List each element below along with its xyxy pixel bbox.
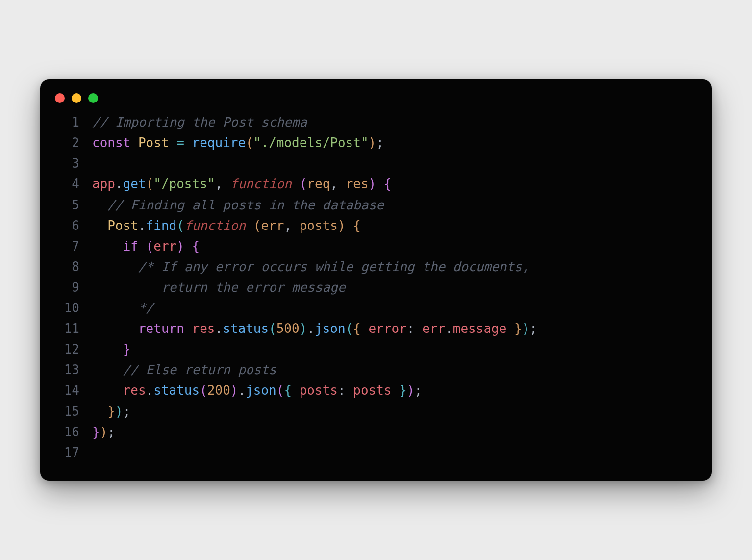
line-number: 9 <box>54 277 92 298</box>
minimize-icon[interactable] <box>72 93 81 103</box>
token: { <box>353 218 361 233</box>
token <box>246 218 253 233</box>
token <box>92 342 123 356</box>
line-number: 12 <box>54 339 92 359</box>
token: ( <box>200 383 207 398</box>
token: ; <box>415 383 423 398</box>
token: { <box>284 383 292 398</box>
token <box>92 259 138 274</box>
token: = <box>176 135 184 150</box>
token: /* If any error occurs while getting the… <box>138 259 529 274</box>
line-number: 17 <box>54 442 92 463</box>
token: ( <box>300 177 307 191</box>
token <box>92 404 107 419</box>
token: . <box>138 218 146 233</box>
token: ) <box>115 404 123 419</box>
token: ( <box>146 177 154 191</box>
token: json <box>246 383 276 398</box>
token <box>92 239 123 254</box>
token: status <box>153 383 200 398</box>
code-line: 1// Importing the Post schema <box>54 112 698 132</box>
token: find <box>146 218 177 233</box>
token: { <box>192 239 200 254</box>
token <box>92 362 123 377</box>
token: return <box>138 321 184 336</box>
token: error <box>369 321 407 336</box>
token: 200 <box>207 383 230 398</box>
token <box>130 135 138 150</box>
token: ) <box>407 383 415 398</box>
token: res <box>123 383 146 398</box>
token: } <box>123 342 131 356</box>
token: posts <box>353 383 391 398</box>
token <box>138 239 146 254</box>
token: } <box>107 404 115 419</box>
code-content: return res.status(500).json({ error: err… <box>92 318 698 339</box>
token: get <box>123 177 146 191</box>
code-window: 1// Importing the Post schema2const Post… <box>40 79 712 481</box>
token: function <box>184 218 246 233</box>
token <box>92 218 107 233</box>
code-content: app.get("/posts", function (req, res) { <box>92 174 698 194</box>
token: . <box>445 321 453 336</box>
code-line: 11 return res.status(500).json({ error: … <box>54 318 698 339</box>
token: ) <box>369 177 376 191</box>
token <box>92 301 138 315</box>
code-content <box>92 442 698 463</box>
line-number: 11 <box>54 318 92 339</box>
token: ) <box>338 218 346 233</box>
token: req <box>307 177 330 191</box>
token: ; <box>529 321 537 336</box>
zoom-icon[interactable] <box>88 93 98 103</box>
code-content: // Importing the Post schema <box>92 112 698 132</box>
code-line: 17 <box>54 442 698 463</box>
token: ( <box>253 218 261 233</box>
code-line: 6 Post.find(function (err, posts) { <box>54 215 698 236</box>
code-content: return the error message <box>92 277 698 298</box>
token <box>92 383 123 398</box>
token: ( <box>276 383 284 398</box>
code-content: // Else return posts <box>92 359 698 380</box>
code-content <box>92 153 698 174</box>
token <box>506 321 514 336</box>
token: Post <box>138 135 169 150</box>
code-content: }); <box>92 401 698 422</box>
token <box>292 177 300 191</box>
token: err <box>422 321 445 336</box>
token <box>292 383 300 398</box>
code-editor: 1// Importing the Post schema2const Post… <box>40 112 712 463</box>
token <box>361 321 369 336</box>
close-icon[interactable] <box>55 93 65 103</box>
token: } <box>92 425 100 439</box>
token: } <box>399 383 407 398</box>
token: ( <box>269 321 276 336</box>
token <box>184 239 192 254</box>
code-line: 16}); <box>54 422 698 442</box>
token: ; <box>376 135 384 150</box>
token: res <box>192 321 215 336</box>
token: status <box>223 321 269 336</box>
token: . <box>215 321 223 336</box>
code-content: if (err) { <box>92 236 698 256</box>
token: ) <box>230 383 238 398</box>
token: . <box>146 383 154 398</box>
token: json <box>315 321 346 336</box>
token: message <box>453 321 507 336</box>
token: ) <box>522 321 530 336</box>
token: ( <box>146 239 154 254</box>
token: ( <box>246 135 253 150</box>
token <box>92 198 107 212</box>
token: . <box>115 177 123 191</box>
token: err <box>153 239 176 254</box>
line-number: 4 <box>54 174 92 194</box>
line-number: 16 <box>54 422 92 442</box>
token: { <box>384 177 392 191</box>
token <box>346 218 353 233</box>
code-line: 9 return the error message <box>54 277 698 298</box>
code-line: 14 res.status(200).json({ posts: posts }… <box>54 380 698 401</box>
token <box>392 383 400 398</box>
token: , <box>284 218 299 233</box>
token: posts <box>300 383 338 398</box>
token: ( <box>346 321 353 336</box>
token: . <box>307 321 315 336</box>
